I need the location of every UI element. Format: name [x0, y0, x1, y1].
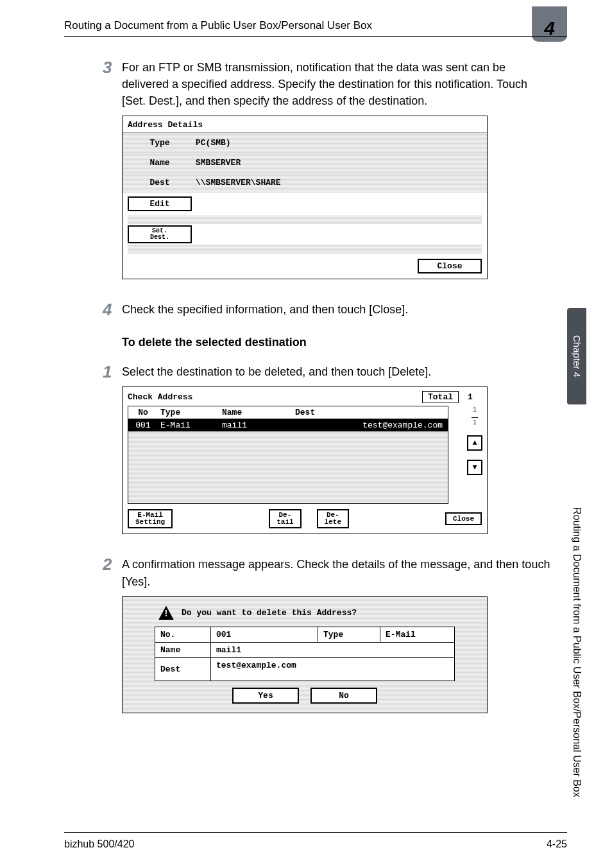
step-text: Select the destination to be deleted, an…	[122, 363, 552, 380]
type-label: Type	[318, 627, 380, 642]
step-number: 1	[64, 363, 122, 380]
subheading-delete-destination: To delete the selected destination	[122, 336, 552, 349]
edit-button[interactable]: Edit	[128, 196, 192, 211]
check-address-dialog: Check Address Total 1 No Type Name Dest …	[122, 386, 488, 534]
no-button[interactable]: No	[310, 688, 377, 704]
delete-button[interactable]: De- lete	[317, 509, 349, 528]
dialog-title: Address Details	[123, 116, 487, 133]
type-value: E-Mail	[380, 627, 454, 642]
name-label: Name	[155, 643, 211, 657]
no-label: No.	[155, 627, 211, 642]
scroll-up-button[interactable]: ▲	[467, 435, 482, 451]
col-no: No	[128, 406, 158, 419]
running-head: Routing a Document from a Public User Bo…	[64, 19, 372, 32]
confirm-details-table: No. 001 Type E-Mail Name mail1 Dest test…	[155, 627, 455, 681]
total-label: Total	[422, 391, 459, 403]
chapter-side-title: Routing a Document from a Public User Bo…	[567, 411, 586, 804]
email-setting-button[interactable]: E-Mail Setting	[128, 509, 173, 528]
step-4: 4 Check the specified information, and t…	[64, 301, 552, 318]
step-text: A confirmation message appears. Check th…	[122, 556, 552, 589]
confirm-delete-dialog: Do you want to delete this Address? No. …	[122, 596, 488, 713]
step-3: 3 For an FTP or SMB transmission, notifi…	[64, 59, 552, 109]
alert-icon	[158, 606, 174, 620]
col-dest: Dest	[293, 406, 448, 419]
confirm-message: Do you want to delete this Address?	[182, 608, 357, 618]
page-indicator: 11	[472, 407, 478, 426]
address-row-blank	[128, 485, 448, 503]
cell-name: mail1	[219, 421, 293, 430]
dest-value: test@example.com	[211, 658, 454, 681]
close-button[interactable]: Close	[445, 512, 482, 525]
delete-step-2: 2 A confirmation message appears. Check …	[64, 556, 552, 589]
delete-step-1: 1 Select the destination to be deleted, …	[64, 363, 552, 380]
address-details-dialog: Address Details Type PC(SMB) Name SMBSER…	[122, 116, 488, 279]
address-row-blank	[128, 431, 448, 449]
dest-label: Dest	[155, 658, 211, 681]
name-value: mail1	[211, 643, 454, 657]
yes-button[interactable]: Yes	[232, 688, 299, 704]
step-number: 2	[64, 556, 122, 573]
dialog-title: Check Address	[128, 392, 422, 402]
step-number: 4	[64, 301, 122, 318]
footer-model: bizhub 500/420	[64, 838, 134, 850]
type-label: Type	[128, 137, 192, 149]
step-number: 3	[64, 59, 122, 76]
chapter-tab: Chapter 4	[567, 308, 586, 404]
detail-button[interactable]: De- tail	[269, 509, 301, 528]
name-label: Name	[128, 157, 192, 169]
column-headers: No Type Name Dest	[128, 406, 448, 419]
scroll-down-button[interactable]: ▼	[467, 460, 482, 475]
total-value: 1	[459, 392, 482, 402]
header-rule	[64, 36, 567, 37]
dest-value: \\SMBSERVER\SHARE	[192, 177, 482, 189]
name-value: SMBSERVER	[192, 157, 482, 169]
address-row-blank	[128, 449, 448, 467]
cell-dest: test@example.com	[293, 421, 448, 430]
footer-rule	[64, 832, 567, 833]
type-value: PC(SMB)	[192, 137, 482, 149]
address-row-blank	[128, 467, 448, 485]
step-text: Check the specified information, and the…	[122, 301, 552, 318]
set-dest-button[interactable]: Set. Dest.	[128, 225, 192, 243]
footer-page-number: 4-25	[547, 838, 567, 850]
cell-type: E-Mail	[158, 421, 219, 430]
close-button[interactable]: Close	[418, 259, 482, 273]
step-text: For an FTP or SMB transmission, notifica…	[122, 59, 552, 109]
address-row-selected[interactable]: 001 E-Mail mail1 test@example.com	[128, 419, 448, 431]
cell-no: 001	[128, 421, 158, 430]
no-value: 001	[211, 627, 318, 642]
dest-label: Dest	[128, 177, 192, 189]
col-name: Name	[219, 406, 293, 419]
col-type: Type	[158, 406, 219, 419]
